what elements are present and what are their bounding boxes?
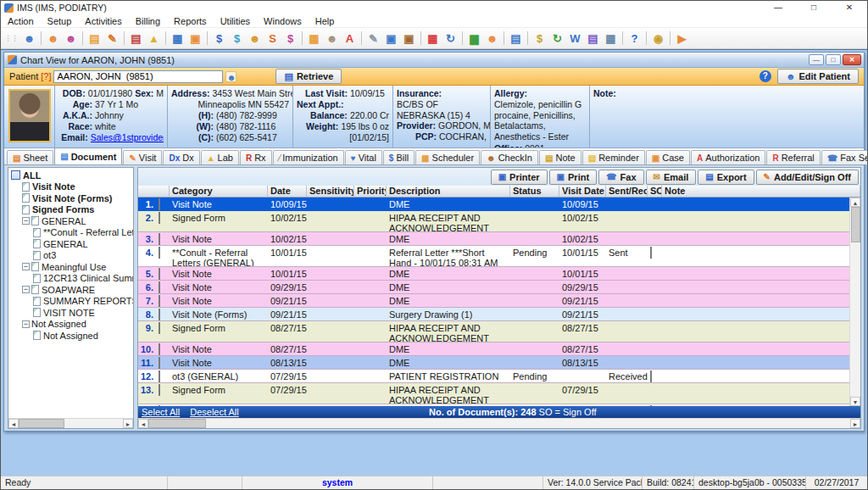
window-maximize-button[interactable]: □ bbox=[796, 1, 832, 14]
tree-item-signed-forms[interactable]: Signed Forms bbox=[11, 204, 133, 216]
tree-item-general[interactable]: GENERAL bbox=[11, 238, 133, 250]
column-header-so[interactable]: SO bbox=[648, 186, 662, 197]
transcription-icon[interactable]: ▤ bbox=[128, 31, 144, 47]
word-export-icon[interactable]: W bbox=[567, 31, 583, 47]
row-checkbox[interactable] bbox=[159, 357, 160, 369]
row-checkbox[interactable] bbox=[159, 233, 160, 245]
select-all-link[interactable]: Select All bbox=[142, 407, 180, 417]
table-vscroll-thumb[interactable] bbox=[851, 207, 860, 242]
column-header-description[interactable]: Description bbox=[387, 186, 510, 197]
tree-item-soapware[interactable]: −SOAPWARE bbox=[11, 284, 133, 296]
help-icon[interactable]: ? bbox=[626, 31, 643, 47]
chart-minimize-button[interactable]: — bbox=[809, 54, 824, 65]
row-checkbox[interactable] bbox=[159, 384, 160, 396]
window-close-button[interactable]: ✕ bbox=[832, 1, 867, 14]
row-checkbox[interactable] bbox=[159, 322, 160, 334]
tree-expander-icon[interactable]: − bbox=[22, 217, 30, 225]
fax-button[interactable]: ☎Fax bbox=[598, 170, 643, 185]
tree-expander-icon[interactable]: − bbox=[22, 286, 30, 293]
tab-reminder[interactable]: ▤Reminder bbox=[582, 150, 645, 164]
chart-window-titlebar[interactable]: Chart View for AARON, JOHN (9851) — □ ✕ bbox=[4, 53, 864, 68]
tree-item-not-assigned[interactable]: −Not Assigned bbox=[11, 319, 133, 331]
patient-search-input[interactable] bbox=[53, 70, 223, 83]
reports-chart-icon[interactable]: ▆ bbox=[466, 31, 482, 47]
menu-setup[interactable]: Setup bbox=[41, 16, 79, 26]
sign-off-checkbox[interactable] bbox=[650, 247, 652, 259]
retrieve-button[interactable]: ▤ Retrieve bbox=[275, 69, 342, 84]
table-horizontal-scrollbar[interactable]: ◄ ► bbox=[138, 418, 860, 428]
table-row[interactable]: 3.Visit Note10/02/15DME10/02/15 bbox=[138, 232, 849, 246]
tree-item-not-assigned[interactable]: Not Assigned bbox=[11, 330, 133, 342]
table-row[interactable]: 9.Signed Form08/27/15HIPAA RECEIPT AND A… bbox=[138, 321, 849, 342]
visit-entry-icon[interactable]: ✎ bbox=[104, 31, 120, 47]
refresh-icon[interactable]: ↻ bbox=[549, 31, 565, 47]
row-checkbox[interactable] bbox=[159, 247, 160, 259]
open-chart-icon[interactable]: ▤ bbox=[86, 31, 103, 47]
tree-item-conult-referral-letters[interactable]: **Conult - Referral Letters bbox=[11, 227, 133, 239]
column-header-priority[interactable]: Priority bbox=[354, 186, 387, 197]
row-checkbox[interactable] bbox=[159, 198, 160, 210]
add-edit-sign-off-button[interactable]: ✎Add/Edit/Sign Off bbox=[756, 170, 859, 185]
chart-close-button[interactable]: ✕ bbox=[843, 54, 861, 65]
patient-billing-icon[interactable]: ☻ bbox=[247, 31, 263, 47]
tree-item-ot3[interactable]: ot3 bbox=[11, 250, 133, 262]
table-scroll-thumb[interactable] bbox=[148, 419, 206, 428]
exit-icon[interactable]: ▶ bbox=[674, 31, 690, 47]
copy-chart-icon[interactable]: ▣ bbox=[187, 31, 203, 47]
inbox-icon[interactable]: ▣ bbox=[383, 31, 399, 47]
statement-chart-icon[interactable]: ▦ bbox=[603, 31, 619, 47]
lab-icon[interactable]: ▲ bbox=[146, 31, 162, 47]
patient-lookup-icon[interactable]: ☻ bbox=[21, 31, 37, 47]
chart-help-icon[interactable]: ? bbox=[760, 70, 771, 82]
outbox-icon[interactable]: ▣ bbox=[401, 31, 417, 47]
email-link[interactable]: Sales@1stprovidersc bbox=[91, 132, 164, 143]
tab-lab[interactable]: ▲Lab bbox=[201, 150, 239, 164]
authorization-icon[interactable]: A bbox=[342, 31, 358, 47]
menu-activities[interactable]: Activities bbox=[78, 16, 128, 26]
tree-item-visit-note[interactable]: VISIT NOTE bbox=[11, 307, 133, 319]
column-header-sensitivity[interactable]: Sensitivity bbox=[307, 186, 354, 197]
payments-icon[interactable]: $ bbox=[282, 31, 298, 47]
ledger-book-icon[interactable]: ▤ bbox=[508, 31, 524, 47]
menu-billing[interactable]: Billing bbox=[129, 16, 167, 26]
tab-authorization[interactable]: AAuthorization bbox=[691, 150, 765, 164]
doc-export-icon[interactable]: ▤ bbox=[585, 31, 601, 47]
menu-help[interactable]: Help bbox=[309, 16, 342, 26]
lock-icon[interactable]: ◉ bbox=[650, 31, 666, 47]
tab-rx[interactable]: RRx bbox=[240, 150, 272, 164]
toolbar-grip-icon[interactable]: ⋮⋮ bbox=[4, 34, 18, 42]
row-checkbox[interactable] bbox=[159, 343, 160, 355]
window-minimize-button[interactable]: — bbox=[760, 1, 796, 14]
table-scroll-down-icon[interactable]: ▼ bbox=[850, 397, 860, 406]
tab-vital[interactable]: ♥Vital bbox=[345, 150, 382, 164]
tab-checkin[interactable]: ☻CheckIn bbox=[481, 150, 538, 164]
column-header-status[interactable]: Status bbox=[510, 186, 559, 197]
tree-scroll-thumb[interactable] bbox=[19, 419, 64, 428]
table-row[interactable]: 8.Visit Note (Forms)09/21/15Surgery Draw… bbox=[138, 308, 849, 321]
menu-action[interactable]: Action bbox=[1, 16, 41, 26]
table-row[interactable]: 11.Visit Note08/13/15DME08/13/15 bbox=[138, 356, 849, 370]
deselect-all-link[interactable]: Deselect All bbox=[190, 407, 238, 417]
fax-pen-icon[interactable]: ✎ bbox=[365, 31, 381, 47]
table-row[interactable]: 10.Visit Note08/27/15DME08/27/15 bbox=[138, 342, 849, 356]
row-checkbox[interactable] bbox=[159, 212, 160, 224]
patient-edit-icon[interactable]: ☻ bbox=[45, 31, 61, 47]
tree-expander-icon[interactable]: − bbox=[22, 263, 30, 270]
printer-button[interactable]: ▣Printer bbox=[491, 170, 548, 185]
menu-windows[interactable]: Windows bbox=[257, 16, 309, 26]
tab-dx[interactable]: DxDx bbox=[163, 150, 199, 164]
tree-item-visit-note[interactable]: Visit Note bbox=[11, 181, 133, 193]
tree-item-general[interactable]: −GENERAL bbox=[11, 215, 133, 227]
menu-reports[interactable]: Reports bbox=[167, 16, 214, 26]
column-header-date[interactable]: Date bbox=[268, 186, 307, 197]
tab-note[interactable]: ▤Note bbox=[539, 150, 581, 164]
row-checkbox[interactable] bbox=[159, 268, 160, 280]
table-row[interactable]: 13.Signed Form07/29/15HIPAA RECEIPT AND … bbox=[138, 383, 849, 404]
doc-sync-icon[interactable]: ↻ bbox=[442, 31, 459, 47]
table-scroll-left-icon[interactable]: ◄ bbox=[138, 419, 148, 428]
tree-item-all[interactable]: ALL bbox=[11, 170, 133, 181]
tree-item-meaningful-use[interactable]: −Meaningful Use bbox=[11, 261, 133, 273]
table-row[interactable]: 7.Visit Note09/21/15DME09/21/15 bbox=[138, 294, 849, 308]
column-header-note[interactable]: Note bbox=[662, 186, 860, 197]
column-header-visit-date[interactable]: Visit Date bbox=[559, 186, 606, 197]
